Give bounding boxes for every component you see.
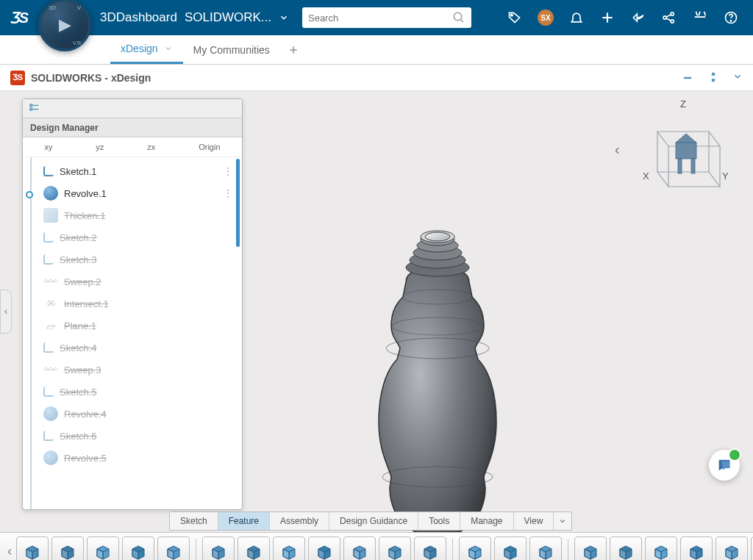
tool-mirror[interactable] [529,536,562,561]
design-manager-panel: Design Manager xy yz zx Origin Sketch.1⋮… [22,98,243,510]
feature-item-intersect-1[interactable]: ✕Intersect.1 [36,292,242,315]
feature-label: Sketch.1 [60,166,97,177]
tool-extrude-cut[interactable] [51,536,84,561]
tool-split[interactable] [610,536,642,561]
plane-tab-origin[interactable]: Origin [193,140,226,154]
feature-item-sketch-1[interactable]: Sketch.1⋮ [36,160,242,182]
tool-thread[interactable] [494,536,527,561]
plane-tab-xy[interactable]: xy [38,140,58,154]
plane-tab-zx[interactable]: zx [141,140,161,154]
svg-line-9 [666,18,671,21]
add-tab-icon[interactable] [288,44,299,56]
tag-icon[interactable] [506,9,524,26]
tab-my-communities[interactable]: My Communities [183,35,280,64]
tool-chamfer[interactable] [308,536,340,561]
global-search[interactable] [302,7,471,28]
plane-tab-yz[interactable]: yz [90,140,110,154]
ftab-feature[interactable]: Feature [218,512,270,530]
tool-fillet[interactable] [273,536,305,561]
tool-loft-surface[interactable] [202,536,235,561]
tool-extrude[interactable] [16,536,49,561]
feature-item-thicken-1[interactable]: Thicken.1 [36,204,242,226]
tab-label: My Communities [193,44,270,56]
feature-item-sketch-5[interactable]: Sketch.5 [36,381,242,403]
app-switcher-chevron-icon[interactable] [279,12,289,23]
feature-label: Sketch.4 [60,342,97,353]
feature-label: Revolve.5 [64,453,107,464]
left-panel-toggle[interactable] [0,290,12,334]
user-avatar[interactable]: SX [537,9,554,26]
design-manager-toolbar [23,99,242,118]
feature-item-sketch-3[interactable]: Sketch.3 [36,248,242,270]
chat-icon[interactable] [709,450,740,481]
svg-point-2 [511,14,513,16]
tool-surface-trim[interactable] [574,536,607,561]
tool-boundary[interactable] [238,536,270,561]
tool-move-face[interactable] [645,536,677,561]
xdesign-app-icon: ƷS [10,71,25,85]
ftab-manage[interactable]: Manage [460,512,513,530]
model-view[interactable] [353,223,522,532]
feature-item-sketch-4[interactable]: Sketch.4 [36,337,242,359]
feature-menu-icon[interactable]: ⋮ [223,191,233,195]
tool-rib[interactable] [414,536,446,561]
add-icon[interactable] [599,9,616,26]
dashboard-tabs: xDesign My Communities [0,35,753,65]
customize-icon[interactable] [691,9,709,26]
svg-line-8 [666,15,671,17]
tool-pattern[interactable] [157,536,190,561]
tree-view-icon[interactable] [29,103,40,115]
ftab-tools[interactable]: Tools [418,512,460,530]
tool-shell[interactable] [379,536,411,561]
feature-item-sweep-3[interactable]: 〰Sweep.3 [36,359,242,381]
svg-point-0 [454,12,462,21]
notifications-icon[interactable] [568,9,585,26]
feature-item-sketch-6[interactable]: Sketch.6 [36,425,242,447]
tree-scrollbar[interactable] [236,159,240,247]
command-tabs: Sketch Feature Assembly Design Guidance … [169,511,572,531]
share-icon[interactable] [629,9,647,26]
axis-triad[interactable]: ‹ Z X Y [635,98,731,194]
ds-logo-icon[interactable]: ƷS [6,4,32,31]
tool-replace-face[interactable] [715,536,748,561]
feature-item-plane-1[interactable]: ▱Plane.1 [36,315,242,337]
feature-item-revolve-1[interactable]: Revolve.1⋮ [36,182,242,204]
search-input[interactable] [308,12,452,24]
feature-label: Sketch.5 [60,387,97,398]
panel-menu-chevron-icon[interactable] [732,71,743,85]
svg-point-11 [730,21,731,21]
svg-rect-30 [676,143,696,159]
tool-revolve[interactable] [87,536,119,561]
ftab-view[interactable]: View [514,512,554,530]
feature-item-sketch-2[interactable]: Sketch.2 [36,226,242,248]
tool-hole[interactable] [459,536,491,561]
feature-item-revolve-5[interactable]: Revolve.5 [36,447,242,469]
ftab-sketch[interactable]: Sketch [170,512,218,530]
rollback-marker[interactable] [26,191,33,198]
feature-label: Thicken.1 [64,210,105,221]
compass-icon[interactable]: 3DVV.R [38,0,91,51]
feature-item-sweep-2[interactable]: 〰Sweep.2 [36,270,242,292]
tab-xdesign[interactable]: xDesign [110,35,183,64]
tool-draft[interactable] [343,536,376,561]
svg-rect-31 [678,159,682,173]
feature-label: Sketch.2 [60,232,97,243]
feature-menu-icon[interactable]: ⋮ [223,169,233,173]
feature-label: Sketch.3 [60,254,97,265]
tab-label: xDesign [121,43,158,54]
workspace: Design Manager xy yz zx Origin Sketch.1⋮… [0,91,753,532]
feature-label: Sketch.6 [60,431,97,442]
restore-panel-icon[interactable] [707,71,719,85]
tool-delete-face[interactable] [680,536,713,561]
ftab-overflow-icon[interactable] [554,517,571,525]
ftab-design-guidance[interactable]: Design Guidance [329,512,418,530]
feature-item-revolve-4[interactable]: Revolve.4 [36,403,242,425]
ftab-assembly[interactable]: Assembly [270,512,329,530]
toolbar-scroll-left-icon[interactable] [4,536,15,561]
triad-collapse-icon[interactable]: ‹ [615,141,620,158]
minimize-panel-icon[interactable] [681,71,694,85]
tool-sweep[interactable] [122,536,154,561]
help-icon[interactable] [722,9,740,26]
collab-icon[interactable] [660,9,678,26]
search-icon[interactable] [452,11,465,24]
